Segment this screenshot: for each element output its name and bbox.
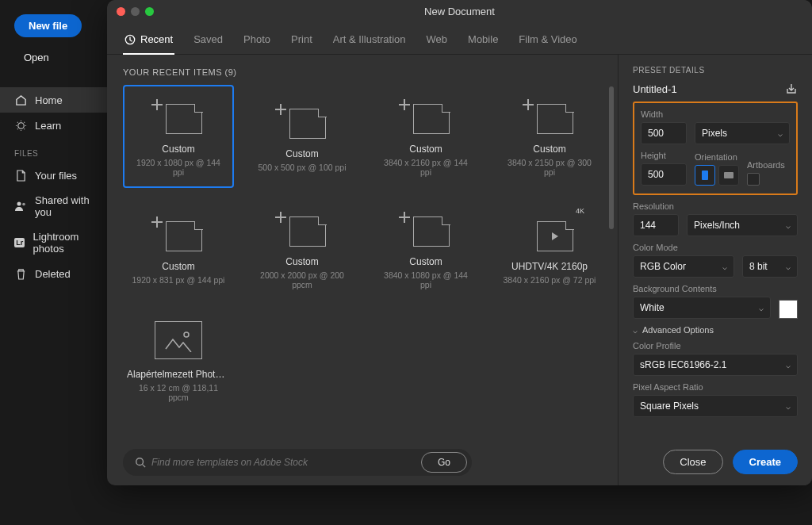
height-input[interactable] [641,163,687,186]
nav-deleted[interactable]: Deleted [0,261,115,286]
people-icon [14,200,27,213]
tab-photo[interactable]: Photo [242,27,272,55]
preset-name: Custom [285,256,318,267]
files-label: FILES [0,138,115,163]
advanced-toggle[interactable]: ⌵Advanced Options [633,325,798,335]
pixel-aspect-select[interactable]: Square Pixels⌵ [633,395,798,417]
preset-name: UHDTV/4K 2160p [511,261,588,272]
tab-print[interactable]: Print [289,27,314,55]
nav-label: Learn [35,120,61,132]
preset-card[interactable]: Custom3840 x 2160 px @ 144 ppi [370,85,481,188]
tab-web[interactable]: Web [425,27,450,55]
preset-card[interactable]: Custom2000 x 2000 px @ 200 ppcm [247,197,358,301]
preset-meta: 3840 x 2150 px @ 300 ppi [501,158,598,177]
resolution-input[interactable] [633,214,679,236]
preset-card[interactable]: Custom1920 x 1080 px @ 144 ppi [123,85,234,188]
scrollbar[interactable] [609,86,614,229]
nav-label: Deleted [35,268,71,280]
preset-name[interactable]: Untitled-1 [633,83,677,95]
chevron-down-icon: ⌵ [778,129,783,138]
tab-film-video[interactable]: Film & Video [517,27,578,55]
nav-learn[interactable]: Learn [0,113,115,138]
nav-shared[interactable]: Shared with you [0,188,115,224]
unit-select[interactable]: Pixels⌵ [695,122,790,144]
trash-icon [14,267,27,280]
preset-name: Custom [533,144,565,155]
nav-label: Shared with you [35,194,101,218]
svg-point-0 [17,122,24,128]
nav-label: Your files [35,170,77,182]
preset-card[interactable]: Custom3840 x 2150 px @ 300 ppi [494,85,605,188]
nav-label: Home [35,94,63,106]
color-mode-label: Color Mode [633,243,798,252]
preset-name: Custom [409,256,442,267]
preset-card[interactable]: Custom3840 x 1080 px @ 144 ppi [370,197,481,301]
preset-card[interactable]: 4KUHDTV/4K 2160p3840 x 2160 px @ 72 ppi [494,197,605,301]
save-preset-icon[interactable] [785,82,798,95]
preset-name: Custom [285,148,318,159]
svg-rect-6 [702,171,708,180]
chevron-down-icon: ⌵ [786,361,791,370]
preset-name: Alapértelmezett Photosho... [127,369,230,380]
preset-meta: 3840 x 1080 px @ 144 ppi [377,270,474,289]
chevron-down-icon: ⌵ [722,262,727,271]
bg-swatch[interactable] [779,300,798,319]
preset-meta: 2000 x 2000 px @ 200 ppcm [254,270,350,289]
svg-point-4 [184,332,189,337]
create-button[interactable]: Create [733,450,798,474]
tab-saved[interactable]: Saved [192,27,224,55]
svg-point-2 [22,203,25,206]
chevron-down-icon: ⌵ [786,221,791,230]
nav-lightroom[interactable]: Lr Lightroom photos [0,224,115,261]
dimensions-highlight: Width Pixels⌵ Height Orientation [633,102,798,195]
bg-select[interactable]: White⌵ [633,297,771,319]
titlebar: New Document [107,0,812,22]
new-document-dialog: New Document RecentSavedPhotoPrintArt & … [107,0,812,485]
orientation-portrait[interactable] [695,165,715,186]
recent-items-heading: YOUR RECENT ITEMS (9) [123,67,615,77]
preset-name: Custom [409,144,442,155]
preset-name: Custom [162,261,194,272]
artboards-checkbox[interactable] [747,173,760,186]
preset-meta: 3840 x 2160 px @ 72 ppi [504,275,596,285]
preset-grid: Custom1920 x 1080 px @ 144 ppiCustom500 … [123,85,615,413]
category-tabs: RecentSavedPhotoPrintArt & IllustrationW… [107,22,812,55]
file-icon [14,169,27,182]
color-profile-select[interactable]: sRGB IEC61966-2.1⌵ [633,354,798,376]
width-input[interactable] [641,122,687,144]
chevron-down-icon: ⌵ [759,304,764,312]
zoom-window-icon[interactable] [145,7,154,16]
new-file-button[interactable]: New file [14,14,82,37]
svg-point-1 [17,202,21,206]
tab-art-illustration[interactable]: Art & Illustration [331,27,408,55]
preset-meta: 1920 x 1080 px @ 144 ppi [131,158,226,177]
search-icon [134,456,147,469]
app-sidebar: New file Open Home Learn FILES Your file… [0,0,115,525]
clock-icon [124,34,136,45]
search-input[interactable] [147,452,421,473]
preset-card[interactable]: Custom1920 x 831 px @ 144 ppi [123,197,234,301]
tab-mobile[interactable]: Mobile [466,27,500,55]
nav-label: Lightroom photos [33,231,101,255]
learn-icon [14,119,27,132]
artboards-label: Artboards [747,160,785,170]
bit-depth-select[interactable]: 8 bit⌵ [742,255,798,278]
nav-home[interactable]: Home [0,87,115,113]
minimize-window-icon[interactable] [131,7,140,16]
close-window-icon[interactable] [117,7,125,16]
color-profile-label: Color Profile [633,341,798,351]
preset-card[interactable]: Alapértelmezett Photosho...16 x 12 cm @ … [123,310,234,413]
tab-recent[interactable]: Recent [123,27,174,55]
resolution-unit-select[interactable]: Pixels/Inch⌵ [687,214,798,236]
close-button[interactable]: Close [663,450,722,474]
nav-your-files[interactable]: Your files [0,163,115,188]
color-mode-select[interactable]: RGB Color⌵ [633,255,734,278]
orientation-landscape[interactable] [718,165,739,186]
go-button[interactable]: Go [421,452,467,473]
bg-label: Background Contents [633,284,798,293]
panel-heading: PRESET DETAILS [633,66,798,75]
open-link[interactable]: Open [24,52,115,63]
stock-search: Go [123,449,472,476]
preset-card[interactable]: Custom500 x 500 px @ 100 ppi [247,85,358,188]
preset-meta: 16 x 12 cm @ 118,11 ppcm [130,383,227,402]
